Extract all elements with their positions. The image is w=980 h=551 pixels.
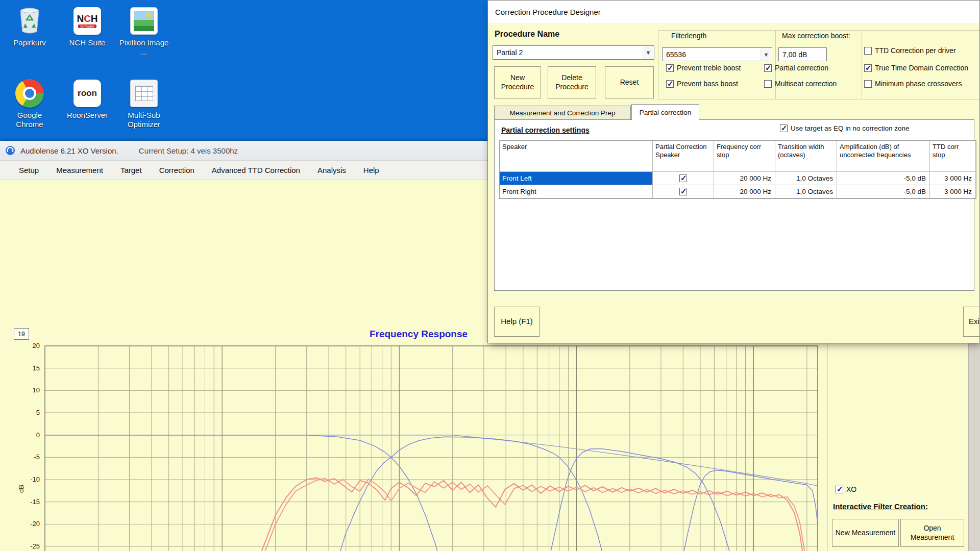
xo-checkbox-row[interactable]: XO xyxy=(836,485,856,493)
menu-correction[interactable]: Correction xyxy=(151,162,203,179)
multiseat-correction-checkbox[interactable] xyxy=(764,80,772,88)
help-button[interactable]: Help (F1) xyxy=(494,307,540,337)
column-header-amplification-db-of-uncorrected-frequencies: Amplification (dB) of uncorrected freque… xyxy=(837,141,930,172)
column-header-partial-correction-speaker: Partial Correction Speaker xyxy=(653,141,714,172)
new-procedure-button[interactable]: New Procedure xyxy=(494,66,541,98)
transition-width-cell[interactable]: 1,0 Octaves xyxy=(775,172,837,185)
transition-width-cell[interactable]: 1,0 Octaves xyxy=(775,185,837,198)
use-target-eq-row[interactable]: Use target as EQ in no correction zone xyxy=(780,124,910,132)
desktop-icon-pixillion[interactable]: Pixillion Image ... xyxy=(117,6,171,56)
partial-correction-speaker-checkbox[interactable] xyxy=(679,174,687,182)
multiseat-correction-row[interactable]: Multiseat correction xyxy=(764,80,837,88)
partial-correction-label: Partial correction xyxy=(775,64,828,72)
prevent-treble-boost-checkbox[interactable] xyxy=(666,64,674,72)
frequency-response-chart: Frequency Response 19 -44 20151050-5-10-… xyxy=(0,320,827,551)
use-target-eq-checkbox[interactable] xyxy=(780,124,788,132)
menu-setup[interactable]: Setup xyxy=(10,162,47,179)
svg-text:-10: -10 xyxy=(30,475,40,483)
procedure-name-value: Partial 2 xyxy=(497,48,523,57)
frequency-corr-stop-cell[interactable]: 20 000 Hz xyxy=(714,172,775,185)
partial-correction-checkbox[interactable] xyxy=(764,64,772,72)
xo-checkbox[interactable] xyxy=(836,486,843,493)
procedure-name-select[interactable]: Partial 2 ▼ xyxy=(493,45,654,60)
menu-help[interactable]: Help xyxy=(355,162,388,179)
desktop-icon-label: Google Chrome xyxy=(3,111,56,129)
roon-server-icon: roon xyxy=(72,79,102,108)
menu-analysis[interactable]: Analysis xyxy=(309,162,355,179)
ttd-corr-stop-cell[interactable]: 3 000 Hz xyxy=(930,185,976,198)
partial-correction-row[interactable]: Partial correction xyxy=(764,64,828,72)
multiseat-correction-label: Multiseat correction xyxy=(775,80,837,88)
filterlength-select[interactable]: 65536 ▼ xyxy=(662,47,772,61)
amplification-cell[interactable]: -5,0 dB xyxy=(837,172,930,185)
menu-target[interactable]: Target xyxy=(112,162,151,179)
desktop-icon-label: NCH Suite xyxy=(69,38,106,47)
desktop-icon-label: Multi-Sub Optimizer xyxy=(117,111,170,129)
chevron-down-icon[interactable]: ▼ xyxy=(643,46,653,59)
column-header-speaker: Speaker xyxy=(500,141,653,172)
open-measurement-button[interactable]: Open Measurement xyxy=(900,519,964,547)
series-highpass-5000-hz xyxy=(668,470,818,551)
partial-correction-table: SpeakerPartial Correction SpeakerFrequen… xyxy=(499,140,976,199)
table-row-speaker[interactable]: Front Right xyxy=(500,185,653,198)
prevent-bass-boost-label: Prevent bass boost xyxy=(677,80,738,88)
ttd-correction-per-driver-checkbox[interactable] xyxy=(864,47,872,55)
true-time-domain-correction-row[interactable]: True Time Domain Correction xyxy=(864,64,968,72)
partial-correction-speaker-checkbox[interactable] xyxy=(679,188,687,195)
desktop-icon-recycle-bin[interactable]: Papirkurv xyxy=(3,6,57,47)
desktop-icon-multi-sub-optimizer[interactable]: Multi-Sub Optimizer xyxy=(117,79,171,129)
svg-text:15: 15 xyxy=(33,364,40,372)
interactive-filter-creation-heading: Interactive Filter Creation: xyxy=(833,502,928,511)
svg-text:-25: -25 xyxy=(30,542,40,550)
chart-plot: 20151050-5-10-15-20-25-30-35-401101001 0… xyxy=(0,320,827,551)
svg-text:10: 10 xyxy=(33,386,40,394)
tab-measurement-and-correction-prep[interactable]: Measurement and Correction Prep xyxy=(494,106,631,120)
amplification-cell[interactable]: -5,0 dB xyxy=(837,185,930,198)
y-axis-top-field[interactable]: 19 xyxy=(14,328,29,340)
desktop-icon-label: Pixillion Image ... xyxy=(117,38,170,56)
minimum-phase-crossovers-checkbox[interactable] xyxy=(864,80,872,88)
partial-correction-settings-heading: Partial correction settings xyxy=(501,126,590,134)
chrome-icon xyxy=(15,79,44,108)
prevent-treble-boost-label: Prevent treble boost xyxy=(677,64,741,72)
svg-text:-15: -15 xyxy=(30,498,40,506)
menu-advanced-ttd-correction[interactable]: Advanced TTD Correction xyxy=(203,162,309,179)
y-axis-label: dB xyxy=(17,485,25,493)
svg-text:5: 5 xyxy=(36,409,40,416)
true-time-domain-correction-label: True Time Domain Correction xyxy=(875,64,968,72)
exit-button[interactable]: Exit xyxy=(963,307,980,337)
audiolense-logo-icon xyxy=(5,145,15,156)
partial-correction-cell[interactable] xyxy=(653,185,714,198)
delete-procedure-button[interactable]: Delete Procedure xyxy=(548,66,596,98)
column-header-frequency-corr-stop: Frequency corr stop xyxy=(714,141,775,172)
dialog-titlebar[interactable]: Correction Procedure Designer xyxy=(488,1,979,23)
prevent-bass-boost-checkbox[interactable] xyxy=(666,80,674,88)
partial-correction-cell[interactable] xyxy=(653,172,714,185)
svg-text:20: 20 xyxy=(33,342,40,349)
series-simulation-front-left xyxy=(230,478,813,551)
max-boost-label: Max correction boost: xyxy=(782,32,850,40)
multi-sub-optimizer-icon xyxy=(129,79,159,108)
nch-suite-icon: NCHSoftware xyxy=(72,6,102,36)
max-boost-input[interactable]: 7,00 dB xyxy=(778,47,827,61)
minimum-phase-crossovers-row[interactable]: Minimum phase crossovers xyxy=(864,80,962,88)
true-time-domain-correction-checkbox[interactable] xyxy=(864,64,872,72)
scrollbar[interactable] xyxy=(968,343,980,551)
chevron-down-icon[interactable]: ▼ xyxy=(761,48,771,60)
table-row-speaker[interactable]: Front Left xyxy=(500,172,653,185)
prevent-bass-boost-row[interactable]: Prevent bass boost xyxy=(666,80,738,88)
ttd-corr-stop-cell[interactable]: 3 000 Hz xyxy=(930,172,976,185)
desktop-icon-chrome[interactable]: Google Chrome xyxy=(3,79,57,129)
frequency-corr-stop-cell[interactable]: 20 000 Hz xyxy=(714,185,775,198)
desktop-icon-roon-server[interactable]: roonRoonServer xyxy=(60,79,114,120)
filterlength-label: Filterlength xyxy=(671,32,706,40)
column-header-ttd-corr-stop: TTD corr stop xyxy=(930,141,976,172)
partial-correction-tab-panel: Partial correction settings Use target a… xyxy=(494,119,974,291)
prevent-treble-boost-row[interactable]: Prevent treble boost xyxy=(666,64,741,72)
ttd-correction-per-driver-row[interactable]: TTD Correction per driver xyxy=(864,46,956,55)
desktop-icon-nch-suite[interactable]: NCHSoftwareNCH Suite xyxy=(60,6,114,47)
tab-partial-correction[interactable]: Partial correction xyxy=(631,104,699,120)
reset-button[interactable]: Reset xyxy=(605,66,654,98)
menu-measurement[interactable]: Measurement xyxy=(47,162,112,179)
new-measurement-button[interactable]: New Measurement xyxy=(832,519,899,547)
